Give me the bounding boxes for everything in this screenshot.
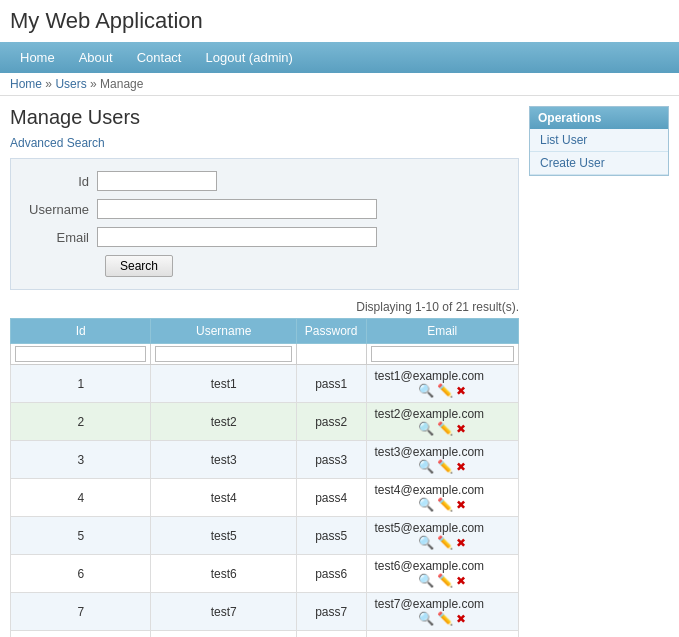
table-row: 8test8pass8test8@example.com🔍✏️✖: [11, 631, 519, 638]
filter-row: [11, 344, 519, 365]
view-icon[interactable]: 🔍: [418, 383, 434, 398]
delete-icon[interactable]: ✖: [456, 498, 466, 512]
view-icon[interactable]: 🔍: [418, 497, 434, 512]
view-icon[interactable]: 🔍: [418, 611, 434, 626]
delete-icon[interactable]: ✖: [456, 422, 466, 436]
edit-icon[interactable]: ✏️: [437, 383, 453, 398]
id-label: Id: [27, 174, 97, 189]
main-layout: Manage Users Advanced Search Id Username…: [0, 96, 679, 637]
delete-icon[interactable]: ✖: [456, 460, 466, 474]
operations-header: Operations: [530, 107, 668, 129]
id-row: Id: [27, 171, 502, 191]
edit-icon[interactable]: ✏️: [437, 421, 453, 436]
table-row: 5test5pass5test5@example.com🔍✏️✖: [11, 517, 519, 555]
nav-item-home[interactable]: Home: [10, 47, 65, 68]
edit-icon[interactable]: ✏️: [437, 611, 453, 626]
email-row: Email: [27, 227, 502, 247]
edit-icon[interactable]: ✏️: [437, 497, 453, 512]
delete-icon[interactable]: ✖: [456, 612, 466, 626]
delete-icon[interactable]: ✖: [456, 574, 466, 588]
advanced-search-link[interactable]: Advanced Search: [10, 136, 105, 150]
table-row: 4test4pass4test4@example.com🔍✏️✖: [11, 479, 519, 517]
data-table: Id Username Password Email 1test1pass1te…: [10, 318, 519, 637]
view-icon[interactable]: 🔍: [418, 459, 434, 474]
breadcrumb: Home » Users » Manage: [0, 73, 679, 96]
filter-id[interactable]: [15, 346, 146, 362]
id-input[interactable]: [97, 171, 217, 191]
app-title: My Web Application: [10, 8, 669, 34]
content-area: Manage Users Advanced Search Id Username…: [10, 106, 519, 637]
email-label: Email: [27, 230, 97, 245]
table-row: 6test6pass6test6@example.com🔍✏️✖: [11, 555, 519, 593]
table-row: 2test2pass2test2@example.com🔍✏️✖: [11, 403, 519, 441]
breadcrumb-home[interactable]: Home: [10, 77, 42, 91]
view-icon[interactable]: 🔍: [418, 535, 434, 550]
delete-icon[interactable]: ✖: [456, 384, 466, 398]
username-input[interactable]: [97, 199, 377, 219]
table-body: 1test1pass1test1@example.com🔍✏️✖2test2pa…: [11, 365, 519, 638]
results-info: Displaying 1-10 of 21 result(s).: [10, 300, 519, 314]
operations-box: Operations List User Create User: [529, 106, 669, 176]
username-row: Username: [27, 199, 502, 219]
email-input[interactable]: [97, 227, 377, 247]
nav-bar: HomeAboutContactLogout (admin): [0, 42, 679, 73]
search-form: Id Username Email Search: [10, 158, 519, 290]
nav-item-contact[interactable]: Contact: [127, 47, 192, 68]
view-icon[interactable]: 🔍: [418, 573, 434, 588]
sidebar-item-list-user[interactable]: List User: [530, 129, 668, 152]
edit-icon[interactable]: ✏️: [437, 573, 453, 588]
edit-icon[interactable]: ✏️: [437, 535, 453, 550]
sidebar: Operations List User Create User: [529, 106, 669, 637]
app-header: My Web Application: [0, 0, 679, 42]
nav-item-about[interactable]: About: [69, 47, 123, 68]
col-password: Password: [296, 319, 366, 344]
table-row: 7test7pass7test7@example.com🔍✏️✖: [11, 593, 519, 631]
nav-item-logout[interactable]: Logout (admin): [195, 47, 302, 68]
delete-icon[interactable]: ✖: [456, 536, 466, 550]
table-header-row: Id Username Password Email: [11, 319, 519, 344]
breadcrumb-users[interactable]: Users: [55, 77, 86, 91]
page-title: Manage Users: [10, 106, 519, 129]
col-username: Username: [151, 319, 296, 344]
col-email: Email: [366, 319, 518, 344]
username-label: Username: [27, 202, 97, 217]
search-btn-row: Search: [27, 255, 502, 277]
search-button[interactable]: Search: [105, 255, 173, 277]
edit-icon[interactable]: ✏️: [437, 459, 453, 474]
col-id: Id: [11, 319, 151, 344]
view-icon[interactable]: 🔍: [418, 421, 434, 436]
filter-username[interactable]: [155, 346, 291, 362]
table-row: 3test3pass3test3@example.com🔍✏️✖: [11, 441, 519, 479]
sidebar-item-create-user[interactable]: Create User: [530, 152, 668, 175]
filter-email[interactable]: [371, 346, 514, 362]
table-row: 1test1pass1test1@example.com🔍✏️✖: [11, 365, 519, 403]
